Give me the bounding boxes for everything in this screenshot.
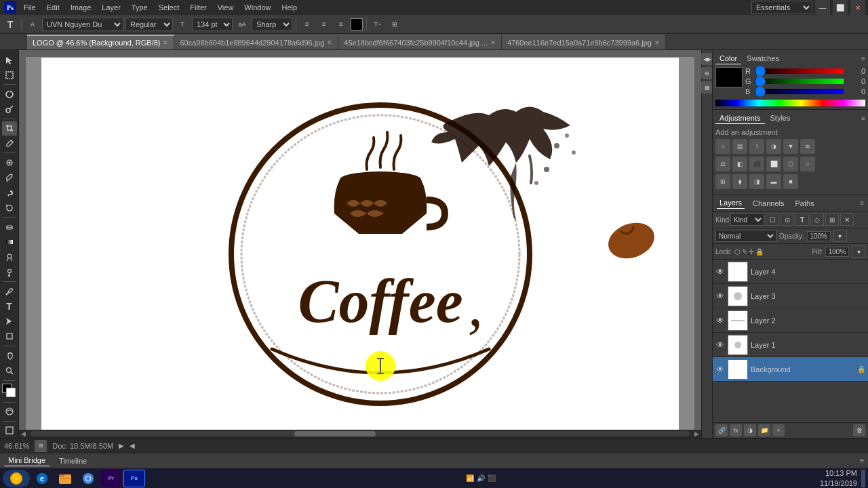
color-panel-menu[interactable]: ≡ [861,55,865,62]
styles-tab[interactable]: Styles [766,113,795,124]
channels-tab[interactable]: Channels [750,198,787,209]
filter-pixel-btn[interactable]: ☐ [766,214,779,226]
move-tool[interactable] [2,53,17,67]
layers-tab[interactable]: Layers [717,197,745,209]
tab-img1-close[interactable]: ✕ [327,39,332,46]
hand-tool[interactable] [2,348,17,363]
filter-clear-btn[interactable]: ✕ [840,214,854,226]
history-brush-tool[interactable] [2,201,17,215]
filter-smart-btn[interactable]: ⊞ [825,214,839,226]
hscroll-thumb[interactable] [294,431,376,436]
menu-select[interactable]: Select [154,2,184,13]
tab-img1[interactable]: 60ca98b604b1e889644d2904178a6d96.jpg ✕ [174,35,338,49]
ie-icon[interactable]: e [31,470,53,487]
curves-icon[interactable]: ⌇ [749,139,764,154]
align-right-icon[interactable]: ≡ [334,17,349,32]
align-center-icon[interactable]: ≡ [317,17,332,32]
menu-view[interactable]: View [213,2,239,13]
chrome-icon[interactable] [77,470,99,487]
layer3-visibility[interactable]: 👁 [715,291,725,301]
scroll-right-btn[interactable]: ▶ [692,430,701,437]
explorer-icon[interactable] [54,470,76,487]
healing-brush-tool[interactable] [2,155,17,169]
panel-resize-2[interactable]: ⊞ [701,67,713,79]
lock-image-icon[interactable]: ✎ [742,248,747,256]
screen-mode-button[interactable] [2,424,17,438]
bottom-panel-menu[interactable]: ≡ [860,457,864,464]
layer-item-4[interactable]: 👁 Layer 4 [713,260,868,284]
layer1-visibility[interactable]: 👁 [715,340,725,350]
menu-layer[interactable]: Layer [97,2,125,13]
crop-tool[interactable] [2,121,17,136]
delete-layer-btn[interactable]: 🗑 [853,424,865,436]
opacity-arrow[interactable]: ▾ [833,230,847,242]
premiere-pro-icon[interactable]: Pr [100,470,122,487]
photoshop-icon[interactable]: Ps [123,470,145,487]
color-tab[interactable]: Color [715,53,741,64]
menu-type[interactable]: Type [127,2,153,13]
adj-panel-menu[interactable]: ≡ [861,115,865,122]
zoom-tool[interactable] [2,363,17,378]
layers-panel-menu[interactable]: ≡ [860,199,864,207]
font-family-select[interactable]: UVN Nguyen Du [42,18,123,31]
swatches-tab[interactable]: Swatches [743,53,783,64]
character-panel-icon[interactable]: ⊞ [387,17,402,32]
font-style-select[interactable]: Regular [125,18,173,31]
r-slider[interactable] [755,68,844,74]
layer-item-3[interactable]: 👁 Layer 3 [713,284,868,308]
tab-logo[interactable]: LOGO @ 46.6% (Background, RGB/8) ✕ [27,35,174,49]
show-desktop-btn[interactable] [861,470,865,487]
start-button[interactable] [3,470,30,487]
solid-color-icon[interactable]: ■ [783,174,798,189]
timeline-tab[interactable]: Timeline [55,455,91,466]
zoom-level-btn[interactable]: ⊞ [35,440,47,452]
foreground-bg-colors[interactable] [2,384,17,398]
dodge-tool[interactable] [2,265,17,279]
eraser-tool[interactable] [2,220,17,234]
clone-stamp-tool[interactable] [2,186,17,200]
lock-all-icon[interactable]: 🔒 [755,248,764,256]
paths-tab[interactable]: Paths [793,198,817,209]
path-selection-tool[interactable] [2,314,17,329]
add-mask-btn[interactable]: ◑ [744,424,756,436]
layer-item-1[interactable]: 👁 Layer 1 [713,333,868,357]
filter-adjust-btn[interactable]: ⊙ [781,214,794,226]
maximize-button[interactable]: ⬜ [833,0,848,15]
marquee-tool[interactable] [2,68,17,82]
colorbalance-icon[interactable]: ⚖ [715,157,730,171]
mini-bridge-tab[interactable]: Mini Bridge [4,455,50,466]
gradient-map-icon[interactable]: ▬ [766,174,781,189]
text-color-swatch[interactable] [351,18,363,30]
bw-icon[interactable]: ◧ [732,157,747,171]
tab-img2[interactable]: 45e18bcdf6f667403fc25b9904f10c44.jpg ...… [338,35,502,49]
filter-shape-btn[interactable]: ◇ [810,214,824,226]
anti-alias-select[interactable]: Sharp [252,18,292,31]
shape-tool[interactable] [2,329,17,344]
invert-icon[interactable]: ○ [800,157,815,171]
tab-img3[interactable]: 4760ee116e7ed15a0a71e9b6c73999a6.jpg ✕ [502,35,666,49]
levels-icon[interactable]: ▤ [732,139,747,154]
essentials-dropdown[interactable]: Essentials [751,1,812,14]
layer4-visibility[interactable]: 👁 [715,267,725,277]
b-slider[interactable] [755,89,844,94]
type-tool[interactable]: T [2,299,17,313]
menu-image[interactable]: Image [66,2,96,13]
capitalize-icon[interactable]: aA [235,17,250,32]
hsl-icon[interactable]: ≋ [800,139,815,154]
layer-item-2[interactable]: 👁 Layer 2 [713,308,868,333]
filter-type-btn[interactable]: T [795,214,809,226]
lock-transparent-icon[interactable]: ⬡ [734,248,741,256]
quick-select-tool[interactable] [2,102,17,117]
brush-tool[interactable] [2,171,17,185]
panel-resize-1[interactable]: ◀▶ [701,53,713,65]
tab-img3-close[interactable]: ✕ [654,39,660,46]
blend-mode-select[interactable]: Normal [715,230,776,242]
channelmixer-icon[interactable]: ⬜ [766,157,781,171]
quick-mask-tool[interactable] [2,405,17,419]
brightness-icon[interactable]: ☼ [715,139,730,154]
minimize-button[interactable]: — [815,0,830,15]
text-tool-icon[interactable]: T [3,17,18,32]
adjustments-tab[interactable]: Adjustments [715,113,765,124]
tab-img2-close[interactable]: ✕ [490,39,496,46]
panel-resize-3[interactable]: ▦ [701,81,713,94]
